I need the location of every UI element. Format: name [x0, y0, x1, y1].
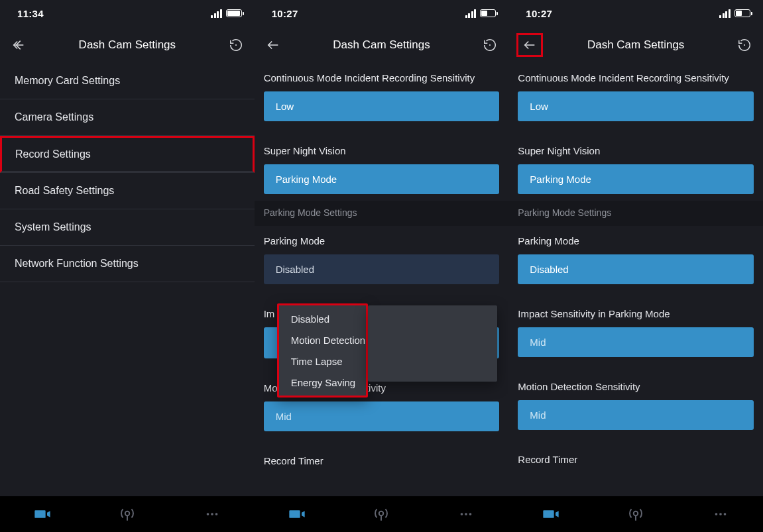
value-selector[interactable]: Mid — [264, 401, 500, 431]
value-selector[interactable]: Low — [264, 91, 500, 121]
nav-camera[interactable] — [255, 496, 339, 532]
value-selector[interactable]: Mid — [518, 400, 754, 430]
dropdown-backdrop — [368, 305, 497, 382]
svg-point-4 — [215, 513, 217, 515]
broadcast-icon — [627, 505, 644, 523]
dropdown-option[interactable]: Motion Detection — [279, 329, 366, 350]
signal-icon — [211, 9, 222, 18]
back-button[interactable] — [516, 33, 543, 57]
field-impact-sensitivity: Impact Sensitivity in Parking Mode Mid — [508, 299, 763, 357]
bottom-nav — [0, 496, 255, 532]
field-label: Motion Detection Sensitivity — [518, 372, 754, 400]
list-item[interactable]: Road Safety Settings — [0, 173, 255, 209]
nav-broadcast[interactable] — [339, 496, 424, 532]
reset-button[interactable] — [225, 34, 247, 56]
svg-point-14 — [724, 513, 727, 515]
field-label: Super Night Vision — [518, 136, 754, 164]
svg-point-10 — [744, 44, 745, 45]
field-label: Continuous Mode Incident Recording Sensi… — [518, 63, 754, 91]
page-title: Dash Cam Settings — [587, 38, 684, 52]
page-title: Dash Cam Settings — [333, 38, 430, 52]
nav-more[interactable] — [170, 496, 255, 532]
value-selector[interactable]: Disabled — [264, 254, 500, 284]
field-label: Parking Mode — [518, 226, 754, 254]
header: Dash Cam Settings — [255, 27, 509, 63]
battery-icon — [226, 9, 244, 17]
header: Dash Cam Settings — [508, 27, 763, 63]
battery-icon — [734, 9, 752, 17]
dropdown-option[interactable]: Time Lapse — [279, 350, 366, 372]
settings-list: Memory Card Settings Camera Settings Rec… — [0, 63, 255, 532]
screen-settings-list: 11:34 Dash Cam Settings Memory Card Sett… — [0, 0, 255, 532]
camera-icon — [288, 505, 306, 523]
status-right — [465, 9, 499, 18]
more-icon — [712, 505, 729, 523]
list-item-record-settings[interactable]: Record Settings — [0, 136, 255, 173]
field-record-timer: Record Timer — [508, 445, 763, 473]
field-label: Record Timer — [518, 445, 754, 473]
signal-icon — [719, 9, 731, 18]
svg-point-5 — [489, 44, 491, 45]
value-selector[interactable]: Mid — [518, 327, 754, 357]
svg-point-3 — [211, 513, 213, 515]
broadcast-icon — [373, 505, 390, 523]
field-continuous-sensitivity: Continuous Mode Incident Recording Sensi… — [255, 63, 509, 121]
nav-camera[interactable] — [508, 496, 593, 532]
value-selector[interactable]: Disabled — [518, 254, 754, 284]
dropdown-option[interactable]: Disabled — [279, 308, 366, 329]
arrow-left-icon — [11, 38, 26, 52]
section-header: Parking Mode Settings — [255, 201, 509, 226]
value-selector[interactable]: Parking Mode — [518, 164, 754, 194]
more-icon — [204, 505, 221, 523]
reset-button[interactable] — [734, 34, 755, 56]
nav-camera[interactable] — [0, 496, 85, 532]
value-selector[interactable]: Parking Mode — [264, 164, 500, 194]
back-button[interactable] — [263, 34, 284, 56]
field-parking-mode: Parking Mode Disabled — [508, 226, 763, 284]
bottom-nav — [255, 496, 509, 532]
list-item[interactable]: Camera Settings — [0, 99, 255, 136]
list-item[interactable]: System Settings — [0, 209, 255, 246]
list-item[interactable]: Network Function Settings — [0, 246, 255, 282]
svg-point-9 — [469, 513, 472, 515]
nav-broadcast[interactable] — [593, 496, 678, 532]
header: Dash Cam Settings — [0, 27, 255, 63]
status-right — [211, 9, 244, 18]
status-bar: 10:27 — [508, 0, 763, 27]
field-motion-sensitivity: Motion Detection Sensitivity Mid — [508, 372, 763, 430]
revert-icon — [483, 38, 497, 52]
dropdown-option[interactable]: Energy Saving — [279, 372, 366, 393]
page-title: Dash Cam Settings — [79, 38, 176, 52]
field-parking-mode: Parking Mode Disabled — [255, 226, 509, 284]
status-time: 10:27 — [272, 8, 298, 19]
nav-more[interactable] — [424, 496, 508, 532]
battery-icon — [480, 9, 498, 17]
status-time: 11:34 — [17, 8, 44, 19]
status-time: 10:27 — [526, 8, 552, 19]
screen-record-settings-dropdown: 10:27 Dash Cam Settings Continuous Mode … — [255, 0, 509, 532]
field-label: Continuous Mode Incident Recording Sensi… — [264, 63, 500, 91]
svg-point-0 — [235, 44, 237, 45]
arrow-left-icon — [266, 38, 280, 52]
status-bar: 11:34 — [0, 0, 255, 27]
svg-point-11 — [634, 511, 638, 516]
camera-icon — [542, 505, 560, 523]
status-bar: 10:27 — [255, 0, 509, 27]
arrow-left-icon — [522, 38, 537, 52]
nav-broadcast[interactable] — [85, 496, 170, 532]
svg-point-12 — [715, 513, 718, 515]
revert-icon — [229, 38, 243, 52]
field-label: Super Night Vision — [264, 136, 500, 164]
svg-point-6 — [379, 511, 384, 516]
value-selector[interactable]: Low — [518, 91, 754, 121]
field-record-timer: Record Timer — [255, 446, 509, 474]
field-super-night-vision: Super Night Vision Parking Mode — [508, 136, 763, 194]
nav-more[interactable] — [678, 496, 763, 532]
reset-button[interactable] — [479, 34, 500, 56]
more-icon — [457, 505, 475, 523]
field-super-night-vision: Super Night Vision Parking Mode — [255, 136, 509, 194]
list-item[interactable]: Memory Card Settings — [0, 63, 255, 99]
back-button[interactable] — [8, 34, 29, 56]
parking-mode-dropdown[interactable]: Disabled Motion Detection Time Lapse Ene… — [277, 303, 368, 398]
camera-icon — [33, 505, 52, 523]
